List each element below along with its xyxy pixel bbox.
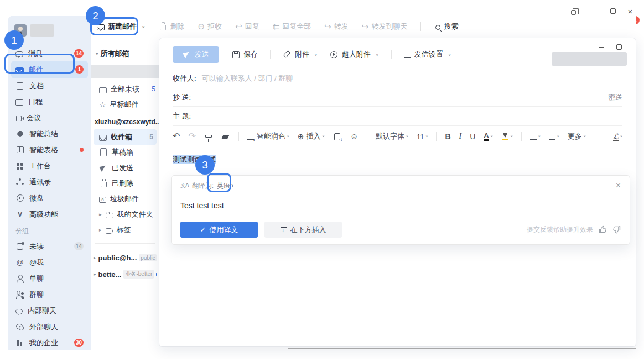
font-size-select[interactable]: 11 ▾	[417, 132, 428, 141]
folder-deleted[interactable]: 已删除	[91, 176, 159, 191]
sidebar-item-smart-table[interactable]: 智能表格	[11, 142, 88, 158]
delete-button[interactable]: 删除	[159, 22, 185, 32]
signature-button[interactable]: ℒ ▾	[606, 132, 622, 141]
settings-lines-icon	[404, 53, 411, 58]
all-mailboxes-header[interactable]: ▾ 所有邮箱	[91, 47, 159, 60]
reply-all-button[interactable]: ⇇ 回复全部	[273, 22, 311, 32]
sidebar-item-unread[interactable]: 未读 14	[11, 238, 88, 254]
save-button[interactable]: 保存	[231, 49, 258, 59]
highlighter-pen-icon	[501, 132, 509, 140]
maximize-icon[interactable]	[610, 8, 616, 14]
align-icon	[530, 135, 537, 140]
sidebar-item-external-chat[interactable]: 外部聊天	[11, 319, 88, 335]
folder-drafts[interactable]: 草稿箱	[91, 145, 159, 160]
translate-actions: ✓ 使用译文 在下方插入 提交反馈帮助提升效果	[172, 216, 630, 244]
trash-icon	[101, 182, 107, 187]
restore-window-icon[interactable]	[571, 10, 576, 15]
forward-button[interactable]: ↪ 转发	[324, 22, 349, 32]
send-settings-button[interactable]: 发信设置 ∨	[404, 49, 451, 59]
send-button[interactable]: 发送	[173, 46, 219, 63]
unread-dot	[156, 273, 157, 276]
forward-icon: ↪	[324, 22, 331, 31]
person-icon	[15, 274, 24, 283]
attachment-button[interactable]: 附件 ∨	[283, 49, 318, 59]
insert-button[interactable]: ⊕ 插入 ▾	[298, 131, 325, 141]
sidebar-item-group-chat[interactable]: 群聊	[11, 286, 88, 302]
forward-to-chat-button[interactable]: ↪ 转发到聊天	[362, 22, 408, 32]
insert-below-button[interactable]: 在下方插入	[264, 222, 342, 238]
redo-icon[interactable]: ↷	[188, 132, 195, 141]
clear-format-icon[interactable]	[222, 135, 230, 139]
shared-mailbox-name: public@h...	[98, 254, 137, 262]
reject-button[interactable]: ⊖ 拒收	[198, 22, 222, 32]
sidebar-item-my-company[interactable]: 我的企业 30	[11, 335, 88, 351]
reply-label: 回复	[245, 22, 259, 32]
italic-button[interactable]: I	[459, 132, 462, 141]
bold-button[interactable]: B	[445, 132, 450, 141]
thumbs-up-icon[interactable]	[599, 225, 607, 234]
to-field[interactable]: 收件人: 可以输入联系人 / 部门 / 群聊	[173, 69, 622, 88]
drive-icon	[17, 194, 24, 202]
large-attachment-button[interactable]: 超大附件 ∨	[330, 49, 379, 59]
font-family-select[interactable]: 默认字体 ▾	[376, 131, 408, 141]
close-icon[interactable]: ×	[625, 6, 635, 16]
thumbs-down-icon[interactable]	[612, 225, 621, 234]
redacted-account-row	[91, 65, 159, 78]
folder-junk[interactable]: 垃圾邮件	[91, 191, 159, 207]
insert-label: 插入	[307, 131, 321, 141]
triangle-right-icon: ▸	[99, 227, 102, 233]
sidebar-item-calendar[interactable]: 日程	[11, 94, 88, 110]
sidebar-item-label: 会议	[27, 113, 84, 123]
format-painter-icon[interactable]	[205, 135, 212, 138]
cc-field[interactable]: 抄 送: 密送	[173, 88, 622, 107]
smart-polish-button[interactable]: 智能润色 ▾	[247, 131, 289, 141]
annotation-box-3	[207, 173, 231, 192]
internal-chat-icon	[15, 309, 23, 314]
sidebar-item-workbench[interactable]: 工作台	[11, 158, 88, 174]
sidebar-item-docs[interactable]: 文档	[11, 78, 88, 94]
reply-button[interactable]: ↩ 回复	[235, 22, 259, 32]
folder-inbox[interactable]: 收件箱 5	[94, 129, 157, 145]
window-edge-shadow	[288, 348, 636, 349]
underline-button[interactable]: U	[470, 132, 475, 141]
sidebar-item-contacts[interactable]: 通讯录	[11, 174, 88, 190]
sidebar-item-direct-chat[interactable]: 单聊	[11, 270, 88, 286]
sidebar-item-drive[interactable]: 微盘	[11, 190, 88, 206]
sidebar-item-internal-chat[interactable]: 内部聊天	[11, 302, 88, 319]
emoji-icon[interactable]: ☺	[350, 132, 359, 141]
sidebar-item-at-me[interactable]: @ @我	[11, 254, 88, 270]
folder-my-folders[interactable]: ▸ 我的文件夹	[91, 207, 159, 222]
unread-badge: 30	[74, 339, 84, 347]
folder-tags[interactable]: ▸ 标签	[91, 222, 159, 238]
font-color-button[interactable]: A ▾	[484, 132, 492, 141]
undo-icon[interactable]: ↶	[173, 132, 180, 141]
folder-sent[interactable]: 已发送	[91, 160, 159, 176]
shared-mailbox-better[interactable]: ▸ bette... 业务-better	[91, 266, 159, 283]
bcc-toggle[interactable]: 密送	[608, 93, 622, 102]
maximize-icon[interactable]	[616, 44, 622, 50]
compose-window: 发送 保存 附件 ∨ 超大附件 ∨ 发信设置 ∨	[159, 38, 636, 347]
at-icon: @	[15, 258, 24, 267]
sidebar-item-advanced[interactable]: V 高级功能	[11, 206, 88, 222]
insert-below-icon	[281, 227, 287, 235]
use-translation-button[interactable]: ✓ 使用译文	[180, 222, 258, 238]
list-button[interactable]: ▾	[549, 133, 559, 140]
subject-field[interactable]: 主 题:	[173, 107, 622, 126]
template-icon[interactable]	[334, 133, 340, 140]
align-button[interactable]: ▾	[530, 133, 541, 140]
folder-all-unread[interactable]: 全部未读 5	[91, 81, 159, 97]
more-format-button[interactable]: 更多 ▾	[568, 131, 586, 141]
sidebar-item-smart-summary[interactable]: 智能总结	[11, 126, 88, 142]
sidebar-item-meeting[interactable]: 会议	[11, 110, 88, 126]
all-mailboxes-label: 所有邮箱	[101, 49, 129, 59]
folder-label: 草稿箱	[112, 147, 133, 157]
divider	[238, 132, 239, 141]
folder-starred[interactable]: ☆ 星标邮件	[91, 97, 159, 112]
account-header[interactable]: xiuzhu@xzcsxwytd..	[91, 112, 159, 129]
compose-body[interactable]: 测试测试测试	[159, 146, 636, 165]
chevron-down-icon: ▾	[511, 134, 513, 138]
shared-mailbox-public[interactable]: ▸ public@h... public	[91, 249, 159, 266]
search-button[interactable]: 搜索	[434, 22, 458, 32]
highlight-button[interactable]: ▾	[501, 132, 513, 140]
close-icon[interactable]: ×	[616, 181, 621, 191]
